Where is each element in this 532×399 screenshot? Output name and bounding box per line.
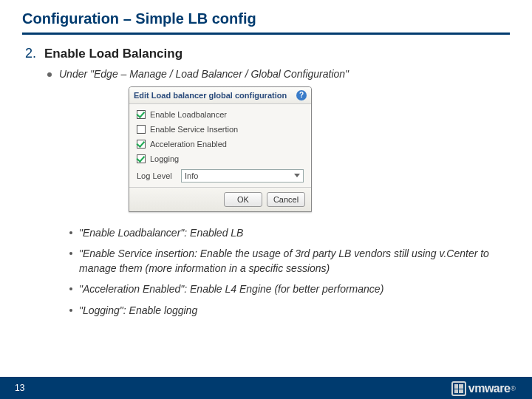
chevron-down-icon [294, 174, 300, 177]
checkbox-label: Enable Loadbalancer [150, 110, 227, 119]
logo-icon [451, 381, 466, 396]
dialog-footer: OK Cancel [129, 187, 311, 211]
logo-text: vmware [468, 382, 511, 395]
dialog-screenshot: Edit Load balancer global configuration … [129, 86, 513, 212]
loglevel-value: Info [185, 171, 198, 180]
cancel-button[interactable]: Cancel [267, 192, 305, 207]
bullet-dot-icon [69, 287, 72, 290]
checkbox-label: Logging [150, 154, 179, 163]
checkbox-enable-loadbalancer[interactable]: Enable Loadbalancer [137, 110, 304, 119]
footer-bar: 13 vmware ® [0, 377, 532, 399]
loglevel-row: Log Level Info [137, 169, 304, 183]
checkbox-acceleration-enabled[interactable]: Acceleration Enabled [137, 140, 304, 149]
step-number: 2. [25, 46, 44, 61]
list-item: "Enable Loadbalancer": Enabled LB [69, 225, 513, 240]
bullet-dot-icon [47, 72, 52, 77]
dialog-title: Edit Load balancer global configuration [134, 91, 287, 100]
explanation-list: "Enable Loadbalancer": Enabled LB "Enabl… [69, 225, 513, 318]
page-number: 13 [15, 383, 24, 393]
lb-global-config-dialog: Edit Load balancer global configuration … [129, 86, 312, 212]
list-item-text: "Acceleration Enabled": Enable L4 Engine… [79, 282, 383, 296]
list-item: "Enable Service insertion: Enable the us… [69, 246, 513, 276]
checkbox-enable-service-insertion[interactable]: Enable Service Insertion [137, 125, 304, 134]
list-item-text: "Enable Loadbalancer": Enabled LB [79, 225, 243, 240]
step-row: 2. Enable Load Balancing [25, 46, 513, 61]
list-item-text: "Logging": Enable logging [79, 303, 197, 318]
slide-body: 2. Enable Load Balancing Under "Edge – M… [25, 46, 513, 324]
sub-bullet-path: Under "Edge – Manage / Load Balancer / G… [47, 67, 513, 82]
bullet-dot-icon [69, 252, 72, 255]
checkbox-logging[interactable]: Logging [137, 154, 304, 163]
dialog-body: Enable Loadbalancer Enable Service Inser… [129, 104, 311, 187]
title-rule [22, 33, 510, 35]
sub-bullet-text: Under "Edge – Manage / Load Balancer / G… [59, 67, 349, 82]
checkbox-label: Acceleration Enabled [150, 140, 227, 149]
checkbox-icon[interactable] [137, 140, 146, 149]
help-icon[interactable]: ? [296, 90, 307, 100]
slide: Configuration – Simple LB config 2. Enab… [0, 0, 532, 399]
loglevel-label: Log Level [137, 171, 181, 180]
bullet-dot-icon [69, 309, 72, 312]
slide-title: Configuration – Simple LB config [22, 10, 256, 27]
bullet-dot-icon [69, 231, 72, 234]
checkbox-icon[interactable] [137, 125, 146, 134]
checkbox-icon[interactable] [137, 110, 146, 119]
registered-mark: ® [511, 385, 516, 392]
vmware-logo: vmware ® [451, 381, 516, 396]
checkbox-icon[interactable] [137, 154, 146, 163]
loglevel-select[interactable]: Info [181, 169, 304, 183]
dialog-titlebar: Edit Load balancer global configuration … [129, 87, 311, 104]
list-item: "Acceleration Enabled": Enable L4 Engine… [69, 282, 513, 296]
list-item-text: "Enable Service insertion: Enable the us… [79, 246, 513, 276]
list-item: "Logging": Enable logging [69, 303, 513, 318]
step-heading: Enable Load Balancing [44, 47, 183, 61]
checkbox-label: Enable Service Insertion [150, 125, 238, 134]
ok-button[interactable]: OK [224, 192, 262, 207]
